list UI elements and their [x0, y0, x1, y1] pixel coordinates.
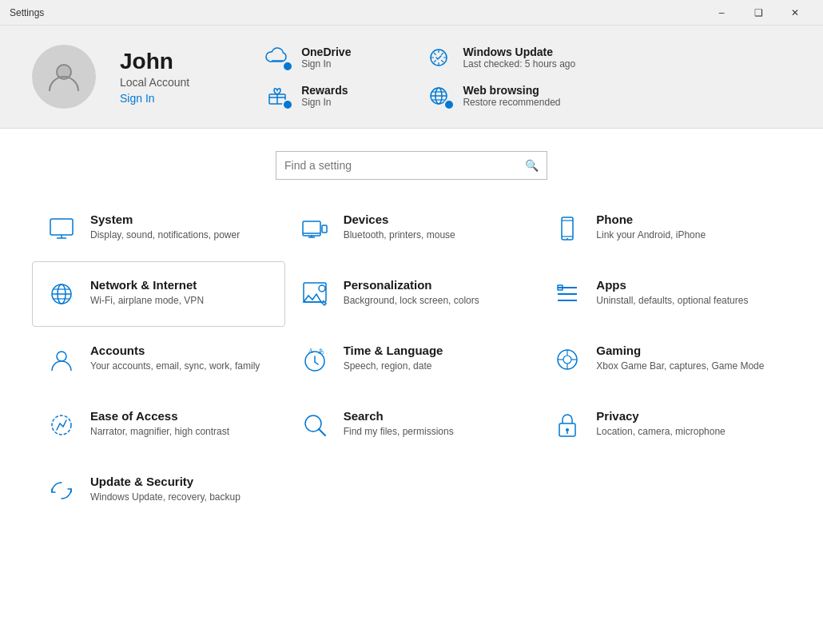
web-browsing-dot	[443, 99, 455, 110]
web-browsing-text: Web browsing Restore recommended	[463, 84, 560, 108]
accounts-icon	[46, 344, 78, 376]
svg-point-35	[563, 356, 571, 364]
web-browsing-icon-wrap	[423, 80, 455, 112]
rewards-text: Rewards Sign In	[301, 84, 348, 108]
search-icon	[299, 409, 331, 441]
system-desc: Display, sound, notifications, power	[90, 229, 240, 242]
windows-update-service[interactable]: Windows Update Last checked: 5 hours ago	[423, 42, 575, 74]
rewards-dot	[282, 99, 293, 110]
phone-icon	[551, 213, 583, 244]
time-title: Time & Language	[344, 344, 443, 357]
settings-grid: System Display, sound, notifications, po…	[0, 196, 823, 523]
onedrive-icon-wrap	[261, 42, 293, 74]
svg-point-30	[57, 352, 66, 361]
setting-system[interactable]: System Display, sound, notifications, po…	[32, 196, 285, 261]
setting-gaming[interactable]: Gaming Xbox Game Bar, captures, Game Mod…	[538, 327, 791, 392]
svg-point-18	[567, 238, 568, 240]
avatar	[32, 45, 96, 109]
network-title: Network & Internet	[90, 278, 204, 292]
svg-point-44	[566, 428, 569, 431]
time-desc: Speech, region, date	[344, 360, 443, 373]
svg-rect-7	[50, 219, 73, 235]
phone-desc: Link your Android, iPhone	[596, 229, 706, 242]
svg-rect-12	[322, 225, 327, 233]
setting-apps[interactable]: Apps Uninstall, defaults, optional featu…	[538, 261, 791, 327]
minimize-button[interactable]: –	[703, 0, 740, 26]
personalization-icon	[299, 278, 331, 310]
privacy-desc: Location, camera, microphone	[596, 425, 725, 439]
search-icon: 🔍	[525, 159, 539, 172]
network-icon	[46, 278, 78, 310]
devices-desc: Bluetooth, printers, mouse	[344, 229, 455, 242]
svg-line-42	[319, 429, 325, 435]
window-controls: – ❑ ✕	[703, 0, 813, 26]
web-browsing-service[interactable]: Web browsing Restore recommended	[423, 80, 575, 112]
onedrive-dot	[282, 61, 293, 72]
personalization-title: Personalization	[344, 278, 479, 292]
search-desc: Find my files, permissions	[344, 425, 454, 439]
gaming-desc: Xbox Game Bar, captures, Game Mode	[596, 360, 764, 373]
windows-update-icon-wrap	[423, 42, 455, 74]
search-area: 🔍	[0, 129, 823, 196]
ease-desc: Narrator, magnifier, high contrast	[90, 425, 229, 439]
setting-devices[interactable]: Devices Bluetooth, printers, mouse	[285, 196, 539, 261]
time-icon: A あ	[299, 344, 331, 376]
setting-personalization[interactable]: Personalization Background, lock screen,…	[285, 261, 539, 327]
ease-icon	[46, 409, 78, 441]
search-box: 🔍	[276, 151, 547, 180]
close-button[interactable]: ✕	[777, 0, 813, 26]
setting-ease[interactable]: Ease of Access Narrator, magnifier, high…	[32, 392, 285, 458]
svg-point-24	[319, 285, 325, 292]
accounts-desc: Your accounts, email, sync, work, family	[90, 360, 260, 373]
user-signin-link[interactable]: Sign In	[120, 92, 189, 105]
network-desc: Wi-Fi, airplane mode, VPN	[90, 294, 204, 308]
accounts-title: Accounts	[90, 344, 260, 357]
setting-search[interactable]: Search Find my files, permissions	[285, 392, 539, 458]
gaming-icon	[551, 344, 583, 376]
search-title: Search	[344, 409, 454, 423]
setting-phone[interactable]: Phone Link your Android, iPhone	[538, 196, 791, 261]
setting-privacy[interactable]: Privacy Location, camera, microphone	[538, 392, 791, 458]
devices-icon	[299, 213, 331, 244]
update-desc: Windows Update, recovery, backup	[90, 491, 241, 504]
svg-text:あ: あ	[318, 348, 324, 355]
user-info: John Local Account Sign In	[120, 49, 189, 105]
apps-icon	[551, 278, 583, 310]
setting-time[interactable]: A あ Time & Language Speech, region, date	[285, 327, 539, 392]
svg-text:A: A	[308, 348, 313, 355]
services-left: OneDrive Sign In Rewards Sign In	[261, 42, 351, 112]
rewards-service[interactable]: Rewards Sign In	[261, 80, 351, 112]
profile-header: John Local Account Sign In OneDrive Sign…	[0, 26, 823, 129]
services-right: Windows Update Last checked: 5 hours ago…	[423, 42, 575, 112]
restore-button[interactable]: ❑	[740, 0, 777, 26]
privacy-title: Privacy	[596, 409, 725, 423]
app-title: Settings	[10, 7, 703, 18]
devices-title: Devices	[344, 213, 455, 226]
search-input[interactable]	[284, 159, 525, 172]
phone-title: Phone	[596, 213, 706, 226]
onedrive-service[interactable]: OneDrive Sign In	[261, 42, 351, 74]
apps-title: Apps	[596, 278, 748, 292]
system-title: System	[90, 213, 240, 226]
windows-update-text: Windows Update Last checked: 5 hours ago	[463, 46, 575, 70]
gaming-title: Gaming	[596, 344, 764, 357]
setting-network[interactable]: Network & Internet Wi-Fi, airplane mode,…	[32, 261, 285, 327]
user-type: Local Account	[120, 76, 189, 89]
privacy-icon	[551, 409, 583, 441]
update-icon	[46, 475, 78, 507]
setting-update[interactable]: Update & Security Windows Update, recove…	[32, 458, 285, 523]
setting-accounts[interactable]: Accounts Your accounts, email, sync, wor…	[32, 327, 285, 392]
update-title: Update & Security	[90, 475, 241, 488]
rewards-icon-wrap	[261, 80, 293, 112]
apps-desc: Uninstall, defaults, optional features	[596, 294, 748, 308]
personalization-desc: Background, lock screen, colors	[344, 294, 479, 308]
onedrive-text: OneDrive Sign In	[301, 46, 351, 70]
user-name: John	[120, 49, 189, 74]
system-icon	[46, 213, 78, 244]
titlebar: Settings – ❑ ✕	[0, 0, 823, 26]
ease-title: Ease of Access	[90, 409, 229, 423]
